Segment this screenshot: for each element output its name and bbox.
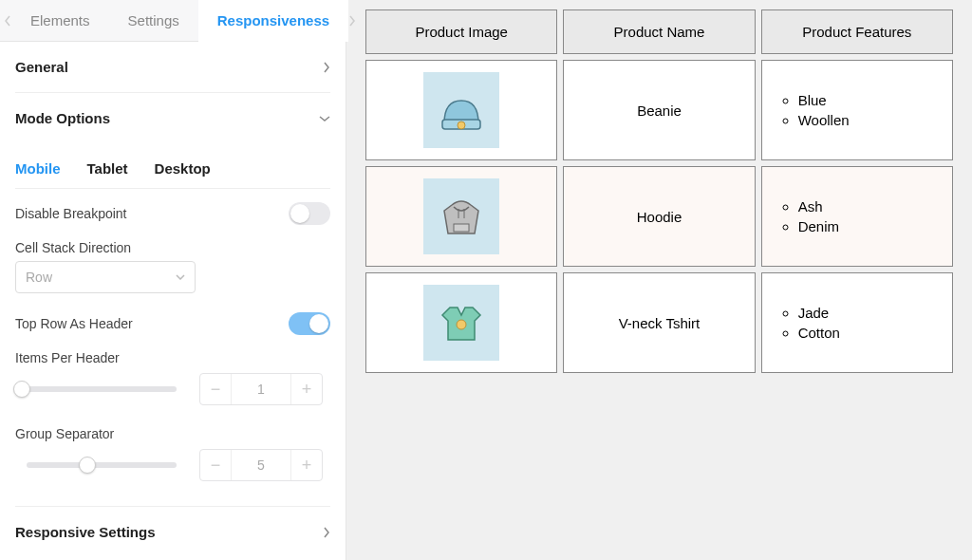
chevron-down-icon (319, 115, 330, 122)
cell-stack-direction-label: Cell Stack Direction (15, 231, 330, 255)
items-per-header-stepper: − 1 + (199, 373, 323, 405)
product-name: Hoodie (637, 209, 682, 225)
top-row-as-header-label: Top Row As Header (15, 316, 133, 331)
tab-settings[interactable]: Settings (109, 0, 198, 42)
items-per-header-value[interactable]: 1 (231, 374, 291, 404)
slider-thumb[interactable] (79, 457, 96, 474)
chevron-right-icon (323, 62, 330, 73)
toggle-knob (309, 314, 328, 333)
slider-thumb[interactable] (13, 381, 30, 398)
feature-item: Woollen (798, 110, 850, 130)
canvas-preview: Product Image Product Name Product Featu… (346, 0, 972, 560)
mode-tab-desktop[interactable]: Desktop (155, 160, 211, 177)
tab-scroll-left[interactable] (4, 0, 11, 42)
stepper-decrement[interactable]: − (200, 380, 231, 400)
feature-item: Denim (798, 216, 839, 236)
table-cell-name: Beanie (563, 60, 755, 160)
chevron-right-icon (323, 527, 330, 538)
group-separator-label: Group Separator (15, 411, 330, 441)
mode-tab-mobile[interactable]: Mobile (15, 160, 61, 177)
table-cell-features: Blue Woollen (761, 60, 953, 160)
panel-body: General Mode Options Mobile Tablet Deskt… (0, 42, 346, 557)
table-cell-name: V-neck Tshirt (563, 272, 755, 373)
section-mode-options-title: Mode Options (15, 110, 110, 126)
group-separator-control: − 5 + (15, 441, 330, 487)
chevron-down-icon (176, 274, 185, 280)
disable-breakpoint-toggle[interactable] (289, 202, 330, 225)
feature-item: Blue (798, 90, 850, 110)
section-responsive-settings[interactable]: Responsive Settings (15, 507, 330, 557)
stepper-decrement[interactable]: − (200, 456, 231, 476)
beanie-icon (423, 72, 499, 148)
sidebar-tabs: Elements Settings Responsiveness (0, 0, 346, 42)
group-separator-slider[interactable] (27, 462, 177, 468)
setting-top-row-as-header: Top Row As Header (15, 293, 330, 341)
group-separator-stepper: − 5 + (199, 449, 323, 481)
product-name: Beanie (637, 103, 682, 119)
table-cell-name: Hoodie (563, 166, 755, 267)
section-general-title: General (15, 59, 68, 75)
table-header-features: Product Features (761, 9, 953, 54)
items-per-header-label: Items Per Header (15, 341, 330, 365)
mode-tab-tablet[interactable]: Tablet (87, 160, 128, 177)
product-table: Product Image Product Name Product Featu… (365, 9, 953, 373)
feature-item: Cotton (798, 323, 840, 343)
settings-sidebar: Elements Settings Responsiveness General… (0, 0, 346, 560)
svg-point-5 (457, 320, 466, 329)
product-name: V-neck Tshirt (619, 315, 701, 331)
stepper-increment[interactable]: + (291, 456, 322, 476)
svg-point-1 (458, 121, 465, 129)
table-cell-features: Jade Cotton (761, 272, 953, 373)
section-responsive-settings-title: Responsive Settings (15, 524, 156, 540)
tshirt-icon (423, 285, 499, 361)
top-row-as-header-toggle[interactable] (289, 312, 330, 335)
cell-stack-direction-select[interactable]: Row (15, 261, 196, 293)
items-per-header-control: − 1 + (15, 365, 330, 411)
feature-item: Jade (798, 303, 840, 323)
table-header-image: Product Image (365, 9, 557, 54)
tab-elements[interactable]: Elements (11, 0, 109, 42)
svg-rect-2 (454, 224, 469, 232)
table-header-name: Product Name (563, 9, 755, 54)
chevron-left-icon (4, 15, 11, 27)
section-mode-options[interactable]: Mode Options (15, 93, 330, 143)
select-value: Row (26, 270, 52, 285)
table-cell-image (365, 60, 557, 160)
table-cell-image (365, 166, 557, 267)
stepper-increment[interactable]: + (291, 380, 322, 400)
setting-disable-breakpoint: Disable Breakpoint (15, 189, 330, 231)
table-cell-features: Ash Denim (761, 166, 953, 267)
feature-item: Ash (798, 196, 839, 216)
disable-breakpoint-label: Disable Breakpoint (15, 206, 127, 221)
toggle-knob (290, 204, 309, 223)
group-separator-value[interactable]: 5 (231, 450, 291, 480)
section-general[interactable]: General (15, 42, 330, 93)
mode-tabs: Mobile Tablet Desktop (15, 143, 330, 189)
hoodie-icon (423, 178, 499, 254)
items-per-header-slider[interactable] (15, 386, 177, 392)
table-cell-image (365, 272, 557, 373)
tab-responsiveness[interactable]: Responsiveness (198, 0, 348, 42)
